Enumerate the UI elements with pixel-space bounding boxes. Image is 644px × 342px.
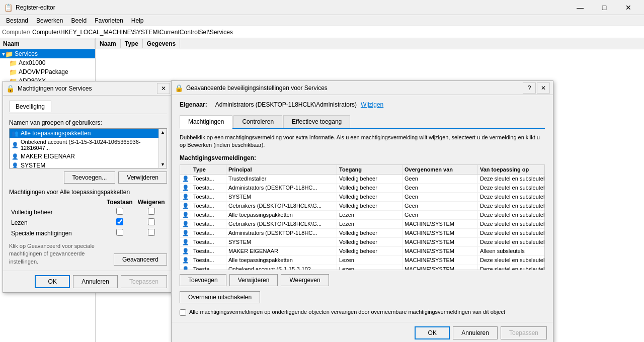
close-button[interactable]: ✕	[617, 0, 640, 15]
permissions-grid[interactable]: Type Principal Toegang Overgenomen van V…	[180, 164, 545, 270]
dialog2-ok-button[interactable]: OK	[415, 326, 450, 339]
row-inherited-4: Geen	[403, 211, 478, 219]
dialog1-cancel-button[interactable]: Annuleren	[73, 275, 118, 288]
wijzigen-link[interactable]: Wijzigen	[361, 101, 383, 108]
replace-checkbox-row: Alle machtigingsvermeldingen op onderlig…	[180, 308, 545, 316]
tree-item-services[interactable]: ▼ 📁 Services	[0, 49, 95, 58]
grid-row-1[interactable]: 👤 Toesta... Administrators (DESKTOP-1L8H…	[180, 184, 544, 193]
add-perm-button[interactable]: Toevoegen	[180, 274, 226, 286]
checkbox-speciaal-deny[interactable]	[148, 229, 155, 236]
row-type-2: Toesta...	[191, 193, 226, 201]
menu-beeld[interactable]: Beeld	[67, 16, 91, 25]
perm-allow-speciaal[interactable]	[104, 228, 135, 238]
col-naam: Naam	[96, 39, 121, 48]
tree-header-name: Naam	[0, 39, 95, 48]
menu-bestand[interactable]: Bestand	[2, 16, 32, 25]
replace-checkbox-label: Alle machtigingsvermeldingen op onderlig…	[189, 308, 505, 316]
users-scrollbar[interactable]: ▲ ▼	[158, 129, 167, 168]
perm-deny-lezen[interactable]	[135, 217, 167, 228]
perm-deny-speciaal[interactable]	[135, 228, 167, 238]
user-item-0[interactable]: 👥 Alle toepassingspakketten	[10, 129, 167, 138]
view-perm-button[interactable]: Weergeven	[281, 274, 329, 286]
add-user-button[interactable]: Toevoegen...	[64, 172, 116, 184]
tab-effectieve[interactable]: Effectieve toegang	[283, 115, 350, 128]
advanced-button[interactable]: Geavanceerd	[114, 253, 167, 266]
menu-help[interactable]: Help	[127, 16, 148, 25]
perm-row-lezen: Lezen	[9, 217, 167, 228]
perm-allow-lezen[interactable]	[104, 217, 135, 228]
tab-controleren[interactable]: Controleren	[233, 115, 282, 128]
tree-item-adovmp[interactable]: 📁 ADOVMPPackage	[0, 67, 95, 76]
grid-row-0[interactable]: 👤 Toesta... TrustedInstaller Volledig be…	[180, 175, 544, 184]
row-inherited-2: Geen	[403, 193, 478, 201]
tree-item-acx01000[interactable]: 📁 Acx01000	[0, 58, 95, 67]
row-access-3: Volledig beheer	[337, 202, 403, 210]
minimize-button[interactable]: —	[569, 0, 592, 15]
row-applies-9: Deze sleutel en subsleutels	[478, 256, 545, 265]
dialog1-body: Beveiliging Namen van groepen of gebruik…	[3, 96, 173, 271]
row-type-7: Toesta...	[191, 238, 226, 246]
grid-row-4[interactable]: 👤 Toesta... Alle toepassingspakketten Le…	[180, 211, 544, 220]
row-icon-2: 👤	[180, 193, 191, 201]
grid-row-8[interactable]: 👤 Toesta... MAKER EIGENAAR Volledig behe…	[180, 247, 544, 256]
grid-row-10[interactable]: 👤 Toesta... Onbekend account (S-1-15-3-1…	[180, 265, 544, 270]
dialog2-help-button[interactable]: ?	[523, 82, 536, 94]
advanced-text: Klik op Geavanceerd voor speciale machti…	[9, 242, 110, 266]
grid-row-3[interactable]: 👤 Toesta... Gebruikers (DESKTOP-1L8HCLK\…	[180, 202, 544, 211]
grid-row-7[interactable]: 👤 Toesta... SYSTEM Volledig beheer MACHI…	[180, 238, 544, 247]
tab-machtigingen[interactable]: Machtigingen	[180, 115, 232, 129]
remove-perm-button[interactable]: Verwijderen	[229, 274, 278, 286]
dialog1-ok-button[interactable]: OK	[35, 275, 70, 288]
title-bar-controls: — □ ✕	[569, 0, 640, 15]
remove-user-button[interactable]: Verwijderen	[118, 172, 167, 184]
perm-row-volledig: Volledig beheer	[9, 207, 167, 217]
grid-col-overgenomen: Overgenomen van	[403, 165, 478, 174]
user-item-2[interactable]: 👤 MAKER EIGENAAR	[10, 152, 167, 161]
row-icon-1: 👤	[180, 184, 191, 192]
tab-beveiliging[interactable]: Beveiliging	[9, 101, 51, 112]
dialog2-apply-button[interactable]: Toepassen	[501, 326, 547, 339]
dialog1-apply-button[interactable]: Toepassen	[121, 275, 167, 288]
dialog2-cancel-button[interactable]: Annuleren	[453, 326, 498, 339]
maximize-button[interactable]: □	[593, 0, 616, 15]
checkbox-volledig-deny[interactable]	[148, 208, 155, 215]
user-item-1[interactable]: 👤 Onbekend account (S-1-15-3-1024-106536…	[10, 138, 167, 152]
overname-button[interactable]: Overname uitschakelen	[180, 291, 260, 303]
row-access-1: Volledig beheer	[337, 184, 403, 192]
checkbox-volledig-allow[interactable]	[116, 208, 123, 215]
address-label: Computer\	[2, 29, 30, 36]
dialog1-close-button[interactable]: ✕	[157, 83, 170, 94]
grid-row-9[interactable]: 👤 Toesta... Alle toepassingspakketten Le…	[180, 256, 544, 265]
grid-row-5[interactable]: 👤 Toesta... Gebruikers (DESKTOP-1L8HCLK\…	[180, 220, 544, 229]
row-principal-3: Gebruikers (DESKTOP-1L8HCLK\G...	[226, 202, 337, 210]
row-icon-9: 👤	[180, 256, 191, 265]
checkbox-lezen-deny[interactable]	[148, 218, 155, 225]
checkbox-speciaal-allow[interactable]	[116, 229, 123, 236]
users-list[interactable]: 👥 Alle toepassingspakketten 👤 Onbekend a…	[9, 128, 167, 168]
row-icon-3: 👤	[180, 202, 191, 210]
grid-row-2[interactable]: 👤 Toesta... SYSTEM Volledig beheer Geen …	[180, 193, 544, 202]
perm-col-allow: Toestaan	[104, 198, 135, 207]
perm-allow-volledig[interactable]	[104, 207, 135, 217]
checkbox-lezen-allow[interactable]	[116, 218, 123, 225]
dialog2-close-button[interactable]: ✕	[537, 82, 550, 94]
perm-deny-volledig[interactable]	[135, 207, 167, 217]
owner-row: Eigenaar: Administrators (DESKTOP-1L8HCL…	[180, 101, 545, 108]
row-principal-5: Gebruikers (DESKTOP-1L8HCLK\G...	[226, 220, 337, 228]
menu-favorieten[interactable]: Favorieten	[91, 16, 127, 25]
user-item-3[interactable]: 👤 SYSTEM	[10, 161, 167, 168]
user-name-0: Alle toepassingspakketten	[21, 130, 91, 137]
row-type-9: Toesta...	[191, 256, 226, 265]
row-inherited-5: MACHINE\SYSTEM	[403, 220, 478, 228]
row-applies-6: Deze sleutel en subsleutels	[478, 229, 545, 237]
replace-checkbox[interactable]	[180, 309, 186, 316]
row-principal-0: TrustedInstaller	[226, 175, 337, 183]
grid-row-6[interactable]: 👤 Toesta... Administrators (DESKTOP-1L8H…	[180, 229, 544, 238]
row-inherited-1: Geen	[403, 184, 478, 192]
bottom-action-buttons: Toevoegen Verwijderen Weergeven	[180, 274, 545, 286]
row-principal-9: Alle toepassingspakketten	[226, 256, 337, 265]
row-applies-10: Deze sleutel en subsleutels	[478, 265, 545, 270]
row-applies-4: Deze sleutel en subsleutels	[478, 211, 545, 219]
menu-bewerken[interactable]: Bewerken	[32, 16, 67, 25]
row-principal-2: SYSTEM	[226, 193, 337, 201]
